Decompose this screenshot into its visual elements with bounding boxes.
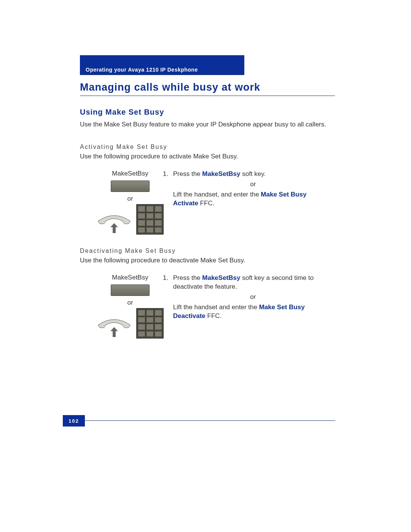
activate-icons: MakeSetBsy or xyxy=(96,170,164,235)
section-heading: Using Make Set Busy xyxy=(80,108,164,117)
deactivate-icons: MakeSetBsy or xyxy=(96,274,164,339)
step-or: or xyxy=(173,293,333,302)
deactivate-heading: Deactivating Make Set Busy xyxy=(80,248,176,254)
step-number: 1. xyxy=(163,274,171,283)
keypad-icon xyxy=(136,204,164,235)
or-label: or xyxy=(96,195,164,203)
softkey-label: MakeSetBsy xyxy=(96,274,164,281)
deactivate-lead: Use the following procedure to deactivat… xyxy=(80,256,335,265)
or-label: or xyxy=(96,299,164,307)
handset-icon xyxy=(97,316,132,330)
section-intro: Use the Make Set Busy feature to make yo… xyxy=(80,120,335,129)
activate-lead: Use the following procedure to activate … xyxy=(80,152,335,161)
softkey-icon xyxy=(111,181,150,192)
step-or: or xyxy=(173,180,333,189)
step-number: 1. xyxy=(163,170,171,179)
handset-keypad-icon xyxy=(96,204,164,235)
handset-icon xyxy=(97,212,132,226)
keypad-icon xyxy=(136,308,164,339)
softkey-label: MakeSetBsy xyxy=(96,170,164,177)
footer-rule xyxy=(85,420,335,421)
handset-keypad-icon xyxy=(96,308,164,339)
chapter-title: Operating your Avaya 1210 IP Deskphone xyxy=(86,67,198,73)
manual-page: Operating your Avaya 1210 IP Deskphone M… xyxy=(0,0,411,532)
deactivate-step: 1. Press the MakeSetBsy soft key a secon… xyxy=(163,274,334,321)
step-text: Press the MakeSetBsy soft key a second t… xyxy=(173,274,333,321)
activate-heading: Activating Make Set Busy xyxy=(80,144,167,150)
softkey-icon xyxy=(111,284,150,296)
activate-step: 1. Press the MakeSetBsy soft key. or Lif… xyxy=(163,170,334,208)
step-text: Press the MakeSetBsy soft key. or Lift t… xyxy=(173,170,333,208)
page-title: Managing calls while busy at work xyxy=(80,81,335,96)
page-number: 102 xyxy=(63,415,85,427)
